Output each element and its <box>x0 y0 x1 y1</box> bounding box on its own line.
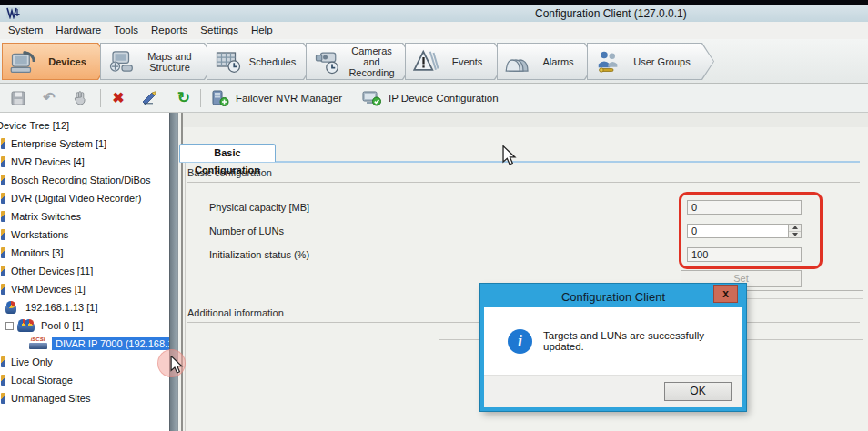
tab-alarms[interactable]: Alarms <box>497 43 597 80</box>
tab-events-label: Events <box>441 56 506 67</box>
failover-nvr-icon <box>211 89 229 107</box>
tab-content-top-border <box>179 161 860 163</box>
main-header-band <box>183 113 868 127</box>
window-title: Configuration Client (127.0.0.1) <box>535 7 687 20</box>
menu-tools[interactable]: Tools <box>107 22 145 39</box>
tab-maps-structure[interactable]: Maps and Structure <box>100 43 217 80</box>
app-logo-icon <box>6 6 21 19</box>
collapse-expander[interactable] <box>5 322 14 330</box>
undo-icon: ↶ <box>43 91 55 105</box>
hand-icon <box>72 90 88 106</box>
toolbar-separator <box>100 89 101 107</box>
ribbon-tab-bar: Devices Maps and Structure <box>0 39 868 84</box>
tab-cameras-recording-label: Cameras and Recording <box>342 45 414 78</box>
tab-devices[interactable]: Devices <box>2 43 110 80</box>
tree-item-vrm-192-168-1-13[interactable]: 192.168.1.13 [1] <box>0 298 169 316</box>
matrix-icon <box>1 211 5 222</box>
title-bar[interactable]: Configuration Client (127.0.0.1) <box>0 5 868 22</box>
tree-item-dvr[interactable]: DVR (Digital Video Recorder) <box>0 189 169 207</box>
tab-schedules-label: Schedules <box>243 56 315 67</box>
save-button[interactable] <box>7 87 29 109</box>
toolbar-separator <box>200 89 201 107</box>
background-row-line <box>746 290 863 291</box>
configuration-client-window: Configuration Client (127.0.0.1) System … <box>0 0 868 431</box>
live-only-icon <box>1 356 5 367</box>
tree-item-bosch-recording-station[interactable]: Bosch Recording Station/DiBos <box>0 171 169 189</box>
refresh-states-button[interactable]: ↻ ? <box>169 87 191 109</box>
unmanaged-sites-icon <box>1 393 5 404</box>
tab-basic-configuration[interactable]: Basic Configuration <box>179 144 276 162</box>
ip-device-config-icon <box>362 89 382 107</box>
tree-item-workstations[interactable]: Workstations <box>0 226 169 244</box>
tree-item-other-devices[interactable]: Other Devices [11] <box>0 262 169 280</box>
tree-item-device-tree[interactable]: Device Tree [12] <box>0 116 169 135</box>
cameras-recording-icon <box>313 48 342 75</box>
delete-button[interactable]: ✖ <box>107 87 129 109</box>
recording-station-icon <box>1 175 5 185</box>
refresh-question-mark: ? <box>178 93 184 102</box>
content-left-border <box>185 163 186 431</box>
tree-item-live-only[interactable]: Live Only <box>0 353 169 371</box>
toolbar: ↶ ✖ ↻ ? <box>0 84 868 113</box>
vrm-icon <box>1 284 5 295</box>
ip-device-config-label: IP Device Configuration <box>389 93 499 104</box>
device-tree-panel: Device Tree [12] Enterprise System [1] N… <box>0 113 169 431</box>
tab-alarms-label: Alarms <box>533 56 596 67</box>
tree-item-local-storage[interactable]: Local Storage <box>0 371 169 389</box>
tree-item-vrm-devices[interactable]: VRM Devices [1] <box>0 280 169 298</box>
devices-icon <box>9 48 38 75</box>
tree-item-enterprise-system[interactable]: Enterprise System [1] <box>0 135 169 153</box>
menu-settings[interactable]: Settings <box>194 22 245 39</box>
pencil-icon <box>140 90 158 106</box>
schedules-icon <box>214 48 243 75</box>
background-row-line <box>746 298 863 299</box>
tab-events[interactable]: Events <box>405 43 507 80</box>
tree-item-unmanaged-sites[interactable]: Unmanaged Sites <box>0 389 169 407</box>
menu-help[interactable]: Help <box>245 22 279 39</box>
monitor-icon <box>1 247 5 258</box>
nvr-icon <box>1 156 5 167</box>
tab-cameras-recording[interactable]: Cameras and Recording <box>306 43 415 80</box>
dialog-title-bar[interactable]: Configuration Client <box>484 287 742 307</box>
dialog-body: i Targets and LUNs are successfully upda… <box>484 307 742 375</box>
tree-item-nvr-devices[interactable]: NVR Devices [4] <box>0 153 169 171</box>
tab-devices-label: Devices <box>38 56 109 67</box>
menu-bar: System Hardware Tools Reports Settings H… <box>0 22 868 39</box>
tree-item-matrix-switches[interactable]: Matrix Switches <box>0 207 169 226</box>
initialization-status-label: Initialization status (%) <box>209 249 309 260</box>
tree-item-pool-0[interactable]: Pool 0 [1] <box>0 316 169 335</box>
alarms-icon <box>504 48 533 75</box>
dialog-close-button[interactable]: x <box>713 285 738 303</box>
pan-hand-button[interactable] <box>69 87 91 109</box>
failover-nvr-manager-button[interactable]: Failover NVR Manager <box>211 89 342 107</box>
red-annotation-box <box>679 192 823 269</box>
dialog-message: Targets and LUNs are successfully update… <box>543 330 742 352</box>
tree-item-divar-ip-7000[interactable]: iSCSIDIVAR IP 7000 (192.168.1.13) <box>0 335 169 353</box>
tab-user-groups[interactable]: User Groups <box>587 43 714 80</box>
section-basic-configuration: Basic configuration <box>187 167 860 183</box>
tab-maps-structure-label: Maps and Structure <box>136 51 216 73</box>
workstation-icon <box>1 229 5 240</box>
local-storage-icon <box>1 375 5 386</box>
tree-scrollbar[interactable] <box>169 113 178 431</box>
tab-user-groups-label: User Groups <box>623 56 713 67</box>
message-dialog: Configuration Client x i Targets and LUN… <box>480 284 746 411</box>
other-devices-icon <box>1 266 5 276</box>
menu-hardware[interactable]: Hardware <box>49 22 107 39</box>
dvr-icon <box>1 193 5 204</box>
tab-schedules[interactable]: Schedules <box>207 43 316 80</box>
enterprise-icon <box>1 138 5 149</box>
number-of-luns-label: Number of LUNs <box>209 226 284 236</box>
maps-structure-icon <box>107 48 136 75</box>
info-icon: i <box>508 329 532 354</box>
dialog-footer: OK <box>484 375 742 407</box>
tree-item-monitors[interactable]: Monitors [3] <box>0 244 169 262</box>
physical-capacity-label: Physical capacity [MB] <box>209 202 309 213</box>
ip-device-configuration-button[interactable]: IP Device Configuration <box>362 89 499 107</box>
rename-button[interactable] <box>138 87 160 109</box>
ok-button[interactable]: OK <box>664 382 732 401</box>
menu-system[interactable]: System <box>2 22 49 39</box>
menu-reports[interactable]: Reports <box>145 22 194 39</box>
undo-button[interactable]: ↶ <box>38 87 60 109</box>
user-groups-icon <box>594 48 623 75</box>
